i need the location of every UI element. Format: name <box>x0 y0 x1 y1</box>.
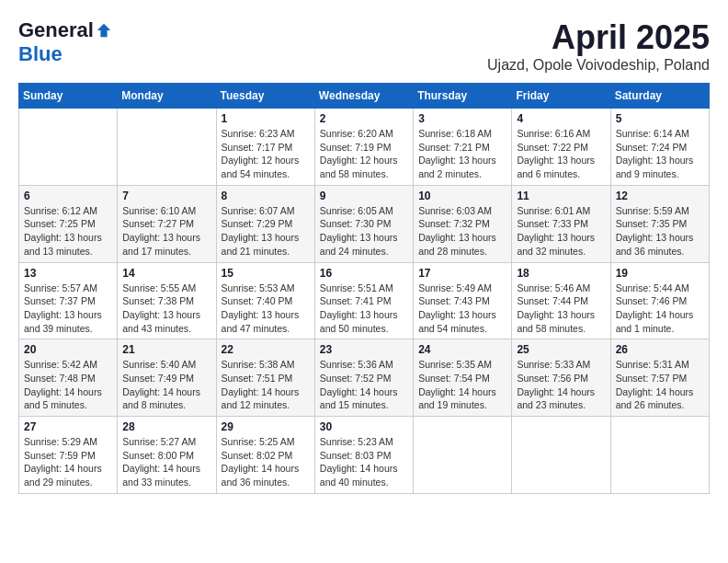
day-number: 8 <box>222 190 310 202</box>
calendar-week-row: 1Sunrise: 6:23 AMSunset: 7:17 PMDaylight… <box>19 109 710 186</box>
day-info: Sunrise: 5:57 AMSunset: 7:37 PMDaylight:… <box>24 282 112 336</box>
calendar-cell <box>414 417 512 494</box>
calendar-cell: 9Sunrise: 6:05 AMSunset: 7:30 PMDaylight… <box>314 185 413 262</box>
calendar-cell: 19Sunrise: 5:44 AMSunset: 7:46 PMDayligh… <box>610 262 709 339</box>
calendar-cell: 20Sunrise: 5:42 AMSunset: 7:48 PMDayligh… <box>19 339 118 417</box>
calendar-cell: 6Sunrise: 6:12 AMSunset: 7:25 PMDaylight… <box>19 185 118 262</box>
day-info: Sunrise: 5:31 AMSunset: 7:57 PMDaylight:… <box>616 358 704 412</box>
day-number: 10 <box>418 190 506 202</box>
calendar-cell: 8Sunrise: 6:07 AMSunset: 7:29 PMDaylight… <box>216 185 314 262</box>
logo-blue-text: Blue <box>18 42 63 66</box>
day-number: 22 <box>222 343 310 356</box>
calendar-week-row: 6Sunrise: 6:12 AMSunset: 7:25 PMDaylight… <box>19 185 710 262</box>
day-info: Sunrise: 5:29 AMSunset: 7:59 PMDaylight:… <box>24 435 112 489</box>
calendar-cell: 12Sunrise: 5:59 AMSunset: 7:35 PMDayligh… <box>610 185 709 262</box>
calendar-cell: 27Sunrise: 5:29 AMSunset: 7:59 PMDayligh… <box>19 417 118 494</box>
day-number: 28 <box>122 420 210 433</box>
day-number: 16 <box>320 267 408 280</box>
day-number: 4 <box>517 112 605 125</box>
day-info: Sunrise: 6:01 AMSunset: 7:33 PMDaylight:… <box>517 204 605 259</box>
calendar-cell: 18Sunrise: 5:46 AMSunset: 7:44 PMDayligh… <box>512 262 610 339</box>
calendar-cell: 14Sunrise: 5:55 AMSunset: 7:38 PMDayligh… <box>118 262 216 339</box>
month-title: April 2025 <box>487 18 710 57</box>
day-header-wednesday: Wednesday <box>314 84 413 109</box>
day-number: 18 <box>517 267 605 280</box>
calendar-cell <box>512 417 610 494</box>
day-number: 1 <box>222 112 310 125</box>
day-number: 19 <box>616 267 704 280</box>
calendar-cell <box>610 417 709 494</box>
day-number: 13 <box>24 267 112 280</box>
day-info: Sunrise: 6:07 AMSunset: 7:29 PMDaylight:… <box>222 204 310 259</box>
calendar-cell: 23Sunrise: 5:36 AMSunset: 7:52 PMDayligh… <box>314 339 413 417</box>
day-header-sunday: Sunday <box>19 84 118 109</box>
calendar-cell: 7Sunrise: 6:10 AMSunset: 7:27 PMDaylight… <box>118 185 216 262</box>
calendar-cell: 16Sunrise: 5:51 AMSunset: 7:41 PMDayligh… <box>314 262 413 339</box>
calendar-cell: 25Sunrise: 5:33 AMSunset: 7:56 PMDayligh… <box>512 339 610 417</box>
calendar-cell: 11Sunrise: 6:01 AMSunset: 7:33 PMDayligh… <box>512 185 610 262</box>
day-number: 9 <box>320 190 408 202</box>
day-number: 21 <box>122 343 210 356</box>
calendar-cell: 1Sunrise: 6:23 AMSunset: 7:17 PMDaylight… <box>216 109 314 186</box>
day-number: 12 <box>616 190 704 202</box>
day-info: Sunrise: 5:55 AMSunset: 7:38 PMDaylight:… <box>122 282 210 336</box>
day-info: Sunrise: 5:23 AMSunset: 8:03 PMDaylight:… <box>320 435 408 489</box>
day-info: Sunrise: 6:14 AMSunset: 7:24 PMDaylight:… <box>616 127 704 181</box>
logo-icon <box>96 22 112 39</box>
calendar-cell: 10Sunrise: 6:03 AMSunset: 7:32 PMDayligh… <box>414 185 512 262</box>
day-number: 23 <box>320 343 408 356</box>
day-header-saturday: Saturday <box>610 84 709 109</box>
day-info: Sunrise: 5:33 AMSunset: 7:56 PMDaylight:… <box>517 358 605 412</box>
day-info: Sunrise: 6:12 AMSunset: 7:25 PMDaylight:… <box>24 204 112 259</box>
day-info: Sunrise: 5:27 AMSunset: 8:00 PMDaylight:… <box>122 435 210 489</box>
calendar-cell: 4Sunrise: 6:16 AMSunset: 7:22 PMDaylight… <box>512 109 610 186</box>
day-info: Sunrise: 5:38 AMSunset: 7:51 PMDaylight:… <box>222 358 310 412</box>
calendar-week-row: 27Sunrise: 5:29 AMSunset: 7:59 PMDayligh… <box>19 417 710 494</box>
calendar-table: SundayMondayTuesdayWednesdayThursdayFrid… <box>18 83 710 494</box>
calendar-cell <box>19 109 118 186</box>
day-info: Sunrise: 5:49 AMSunset: 7:43 PMDaylight:… <box>418 282 506 336</box>
day-info: Sunrise: 5:59 AMSunset: 7:35 PMDaylight:… <box>616 204 704 259</box>
calendar-cell: 28Sunrise: 5:27 AMSunset: 8:00 PMDayligh… <box>118 417 216 494</box>
day-info: Sunrise: 5:53 AMSunset: 7:40 PMDaylight:… <box>222 282 310 336</box>
day-number: 2 <box>320 112 408 125</box>
day-info: Sunrise: 5:36 AMSunset: 7:52 PMDaylight:… <box>320 358 408 412</box>
day-info: Sunrise: 6:05 AMSunset: 7:30 PMDaylight:… <box>320 204 408 259</box>
calendar-cell: 22Sunrise: 5:38 AMSunset: 7:51 PMDayligh… <box>216 339 314 417</box>
calendar-cell: 24Sunrise: 5:35 AMSunset: 7:54 PMDayligh… <box>414 339 512 417</box>
page-header: General Blue April 2025 Ujazd, Opole Voi… <box>18 18 710 74</box>
day-header-monday: Monday <box>118 84 216 109</box>
logo: General Blue <box>18 18 112 66</box>
day-info: Sunrise: 6:20 AMSunset: 7:19 PMDaylight:… <box>320 127 408 181</box>
day-info: Sunrise: 6:18 AMSunset: 7:21 PMDaylight:… <box>418 127 506 181</box>
day-info: Sunrise: 5:42 AMSunset: 7:48 PMDaylight:… <box>24 358 112 412</box>
day-info: Sunrise: 5:35 AMSunset: 7:54 PMDaylight:… <box>418 358 506 412</box>
calendar-cell: 13Sunrise: 5:57 AMSunset: 7:37 PMDayligh… <box>19 262 118 339</box>
day-number: 24 <box>418 343 506 356</box>
day-number: 17 <box>418 267 506 280</box>
day-number: 15 <box>222 267 310 280</box>
day-info: Sunrise: 5:25 AMSunset: 8:02 PMDaylight:… <box>222 435 310 489</box>
day-number: 20 <box>24 343 112 356</box>
calendar-cell: 26Sunrise: 5:31 AMSunset: 7:57 PMDayligh… <box>610 339 709 417</box>
calendar-cell: 17Sunrise: 5:49 AMSunset: 7:43 PMDayligh… <box>414 262 512 339</box>
calendar-cell: 30Sunrise: 5:23 AMSunset: 8:03 PMDayligh… <box>314 417 413 494</box>
day-info: Sunrise: 5:40 AMSunset: 7:49 PMDaylight:… <box>122 358 210 412</box>
day-number: 6 <box>24 190 112 202</box>
calendar-cell: 15Sunrise: 5:53 AMSunset: 7:40 PMDayligh… <box>216 262 314 339</box>
svg-marker-0 <box>97 24 110 37</box>
calendar-cell: 29Sunrise: 5:25 AMSunset: 8:02 PMDayligh… <box>216 417 314 494</box>
day-number: 11 <box>517 190 605 202</box>
calendar-cell: 2Sunrise: 6:20 AMSunset: 7:19 PMDaylight… <box>314 109 413 186</box>
logo-general-text: General <box>18 18 94 42</box>
day-header-friday: Friday <box>512 84 610 109</box>
calendar-week-row: 13Sunrise: 5:57 AMSunset: 7:37 PMDayligh… <box>19 262 710 339</box>
calendar-header-row: SundayMondayTuesdayWednesdayThursdayFrid… <box>19 84 710 109</box>
day-info: Sunrise: 5:46 AMSunset: 7:44 PMDaylight:… <box>517 282 605 336</box>
day-number: 14 <box>122 267 210 280</box>
day-number: 29 <box>222 420 310 433</box>
day-number: 7 <box>122 190 210 202</box>
title-section: April 2025 Ujazd, Opole Voivodeship, Pol… <box>487 18 710 74</box>
day-header-tuesday: Tuesday <box>216 84 314 109</box>
day-number: 25 <box>517 343 605 356</box>
